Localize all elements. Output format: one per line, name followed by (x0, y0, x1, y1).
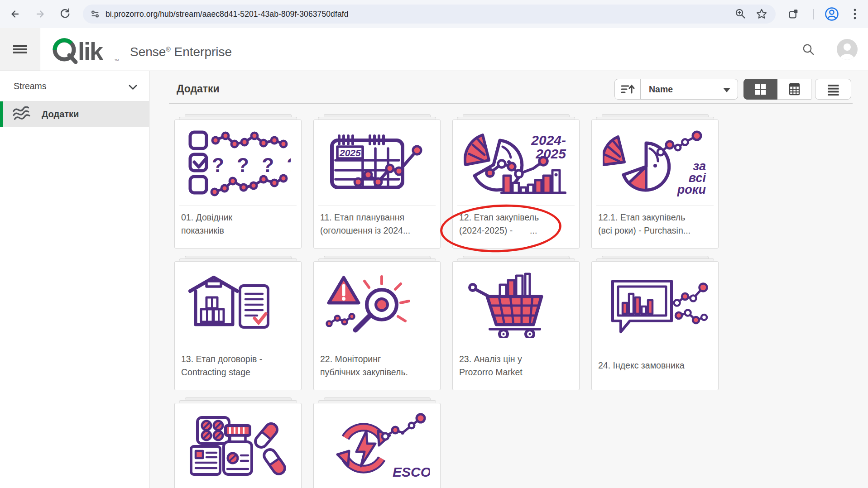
svg-text:2024-: 2024- (531, 133, 566, 148)
svg-text:ESCO: ESCO (393, 464, 430, 479)
qlik-logo: lik ™ (51, 35, 128, 66)
shopping-cart-bars-icon (457, 262, 575, 347)
browser-toolbar: bi.prozorro.org/hub/stream/aaec8d41-5201… (0, 0, 868, 29)
sidebar-item-dodatky[interactable]: Додатки (0, 101, 149, 127)
sort-direction-button[interactable] (615, 79, 641, 99)
warehouse-contract-icon (179, 262, 297, 347)
toolbar-separator (813, 9, 814, 19)
hamburger-menu-button[interactable] (0, 28, 40, 71)
app-tile-01[interactable]: ? ? ? ? 01. Довідник показників (174, 114, 302, 249)
app-title: 23. Аналіз цін у Prozorro Market (457, 347, 575, 379)
zoom-in-icon[interactable] (735, 8, 747, 22)
app-tile-23[interactable]: 23. Аналіз цін у Prozorro Market (452, 256, 580, 390)
content-divider (169, 103, 853, 104)
svg-text:? ? ? ?: ? ? ? ? (212, 154, 291, 176)
search-icon[interactable] (802, 43, 815, 57)
esco-energy-icon: ESCO (318, 403, 436, 488)
sort-icon (620, 84, 635, 95)
grid-view-icon (754, 83, 767, 96)
site-info-icon[interactable] (90, 9, 100, 21)
page: bi.prozorro.org/hub/stream/aaec8d41-5201… (0, 0, 868, 488)
app-title: 22. Моніторинг публічних закупівель. (318, 347, 436, 379)
app-tile-11[interactable]: 2025 11. Етап планування (оголошення із … (313, 114, 441, 249)
sort-field-label: Name (649, 84, 673, 95)
view-list-button[interactable] (815, 79, 851, 100)
stream-icon (12, 106, 31, 123)
dropdown-caret-icon (723, 88, 730, 92)
forward-icon[interactable] (34, 7, 47, 21)
view-table-button[interactable] (777, 79, 811, 100)
svg-text:роки: роки (676, 183, 706, 196)
url-text[interactable]: bi.prozorro.org/hub/stream/aaec8d41-5201… (106, 5, 349, 24)
app-title: 24. Індекс замовника (596, 347, 714, 372)
app-grid: ? ? ? ? 01. Довідник показників (174, 114, 719, 488)
list-view-icon (827, 83, 839, 96)
app-tile-22[interactable]: 22. Моніторинг публічних закупівель. (313, 256, 441, 390)
view-grid-button[interactable] (743, 79, 777, 100)
checklist-trends-icon: ? ? ? ? (179, 120, 297, 206)
app-header: lik ™ Sense® Enterprise (0, 28, 868, 71)
monitoring-magnifier-icon (318, 262, 436, 347)
table-view-icon (788, 83, 801, 96)
app-title: 13. Етап договорів - Contracting stage (179, 347, 297, 379)
app-tile-12-1[interactable]: за всі роки 12.1. Етап закупівель (всі р… (591, 114, 719, 249)
app-title: 01. Довідник показників (179, 206, 297, 238)
app-title: 12.1. Етап закупівель (всі роки) - Purch… (596, 206, 714, 238)
refresh-icon[interactable] (59, 7, 72, 21)
app-title: 12. Етап закупівель (2024-2025) - ... (457, 206, 575, 238)
medicines-icon (179, 403, 297, 488)
svg-text:2025: 2025 (339, 148, 361, 158)
streams-section-toggle[interactable]: Streams (0, 71, 149, 101)
bookmark-star-icon[interactable] (756, 8, 767, 22)
app-tile-esco[interactable]: ESCO (313, 397, 441, 488)
sort-control: Name (614, 79, 738, 100)
calendar-trend-icon: 2025 (318, 120, 436, 206)
chevron-down-icon (129, 84, 137, 92)
logo-text: lik (78, 38, 104, 64)
pie-all-years-icon: за всі роки (596, 120, 714, 206)
streams-section-title: Streams (14, 81, 47, 91)
avatar[interactable] (837, 39, 858, 60)
page-title: Додатки (177, 83, 220, 95)
app-tile-13[interactable]: 13. Етап договорів - Contracting stage (174, 256, 302, 390)
sidebar-item-label: Додатки (42, 109, 79, 120)
pie-bars-icon: 2024- 2025 (457, 120, 575, 206)
presentation-scatter-icon (596, 262, 714, 347)
app-tile-medicines[interactable] (174, 397, 302, 488)
url-bar[interactable]: bi.prozorro.org/hub/stream/aaec8d41-5201… (83, 5, 776, 24)
product-title: Sense® Enterprise (130, 28, 232, 71)
sort-field-dropdown[interactable]: Name (641, 79, 738, 99)
logo-trademark: ™ (114, 58, 119, 63)
app-title: 11. Етап планування (оголошення із 2024.… (318, 206, 436, 238)
view-switcher (743, 79, 851, 100)
app-tile-24[interactable]: 24. Індекс замовника (591, 256, 719, 390)
hamburger-icon (13, 44, 27, 55)
main-content: Додатки Name (149, 71, 868, 488)
sidebar: Streams Додатки (0, 71, 149, 488)
back-icon[interactable] (8, 7, 22, 21)
app-tile-12[interactable]: 2024- 2025 (452, 114, 580, 249)
